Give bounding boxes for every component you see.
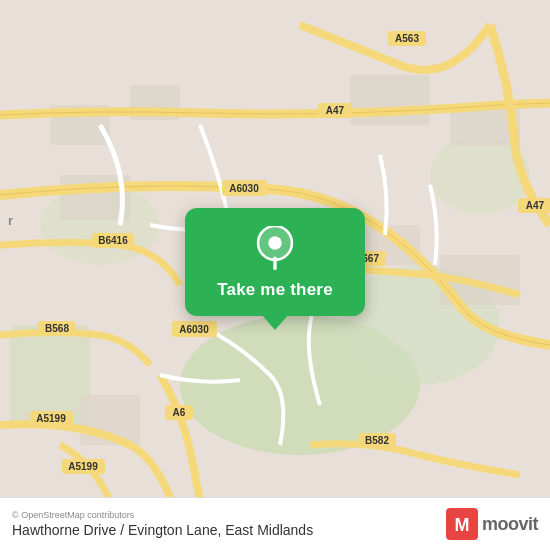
- location-name: Hawthorne Drive / Evington Lane, East Mi…: [12, 522, 313, 538]
- moovit-icon: M: [446, 508, 478, 540]
- svg-text:A6030: A6030: [229, 183, 259, 194]
- location-pin-icon: [253, 226, 297, 270]
- svg-point-41: [268, 236, 282, 250]
- svg-text:A47: A47: [326, 105, 345, 116]
- map-container: A6030 A47 A47 A563 B6416 B568 B667 A5199…: [0, 0, 550, 550]
- svg-text:M: M: [454, 515, 469, 535]
- svg-text:A6: A6: [173, 407, 186, 418]
- svg-text:A5199: A5199: [68, 461, 98, 472]
- take-me-there-button[interactable]: Take me there: [217, 280, 333, 300]
- svg-text:A6030: A6030: [179, 324, 209, 335]
- info-bar: © OpenStreetMap contributors Hawthorne D…: [0, 497, 550, 550]
- svg-text:A563: A563: [395, 33, 419, 44]
- svg-text:B568: B568: [45, 323, 69, 334]
- svg-rect-9: [350, 75, 430, 125]
- location-info: © OpenStreetMap contributors Hawthorne D…: [12, 510, 313, 538]
- svg-rect-5: [10, 325, 90, 425]
- svg-text:A5199: A5199: [36, 413, 66, 424]
- svg-text:B6416: B6416: [98, 235, 128, 246]
- svg-text:r: r: [8, 213, 13, 228]
- moovit-logo-text: moovit: [482, 514, 538, 535]
- svg-text:A47: A47: [526, 200, 545, 211]
- popup-card: Take me there: [185, 208, 365, 316]
- svg-text:B582: B582: [365, 435, 389, 446]
- moovit-logo: M moovit: [446, 508, 538, 540]
- map-attribution: © OpenStreetMap contributors: [12, 510, 313, 520]
